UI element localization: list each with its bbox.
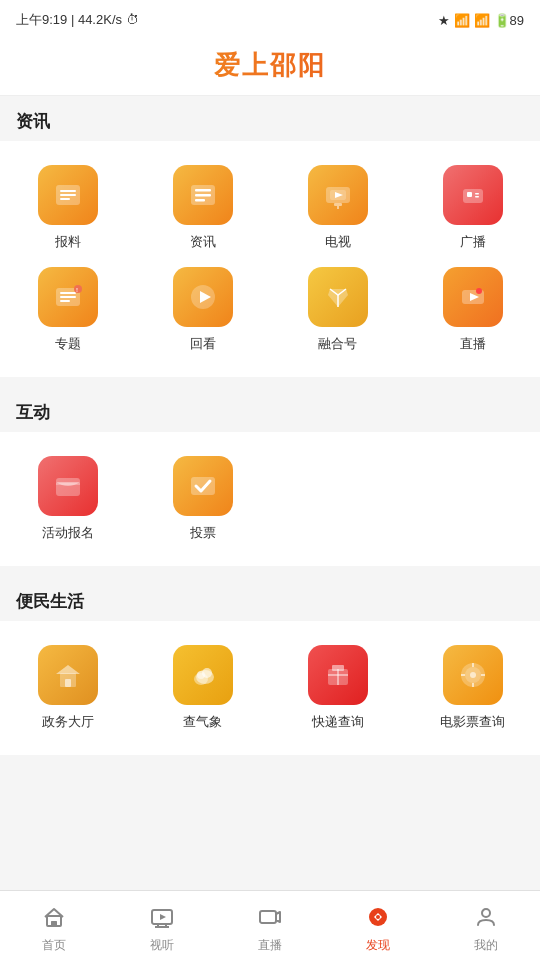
bluetooth-icon: ★ <box>438 13 450 28</box>
live-icon <box>258 905 282 933</box>
home-icon <box>42 905 66 933</box>
nav-weather[interactable]: 查气象 <box>135 637 270 739</box>
main-content: 资讯 报料 <box>0 96 540 835</box>
section-interactive: 互动 活动报名 投票 <box>0 387 540 566</box>
nav-baoliao[interactable]: 报料 <box>0 157 135 259</box>
svg-marker-57 <box>276 912 280 922</box>
svg-point-60 <box>482 909 490 917</box>
ronghehao-label: 融合号 <box>318 335 357 353</box>
huikan-label: 回看 <box>190 335 216 353</box>
svg-text:!: ! <box>76 287 78 293</box>
media-icon <box>150 905 174 933</box>
baoliao-label: 报料 <box>55 233 81 251</box>
nav-dianshi[interactable]: 电视 <box>270 157 405 259</box>
svg-point-28 <box>476 288 482 294</box>
nav-guangbo[interactable]: 广播 <box>405 157 540 259</box>
svg-marker-55 <box>160 914 166 920</box>
svg-rect-5 <box>195 189 211 192</box>
home-nav-label: 首页 <box>42 937 66 954</box>
nav-movie[interactable]: 电影票查询 <box>405 637 540 739</box>
mine-nav-label: 我的 <box>474 937 498 954</box>
weather-icon <box>173 645 233 705</box>
wifi-icon: 📶 <box>474 13 490 28</box>
svg-rect-29 <box>56 478 80 496</box>
nav-discover[interactable]: 发现 <box>324 897 432 954</box>
svg-point-59 <box>376 915 380 919</box>
nav-media[interactable]: 视听 <box>108 897 216 954</box>
vote-label: 投票 <box>190 524 216 542</box>
nav-zhibo[interactable]: 直播 <box>405 259 540 361</box>
zixun-label: 资讯 <box>190 233 216 251</box>
svg-rect-14 <box>467 192 472 197</box>
svg-point-44 <box>470 672 476 678</box>
nav-zixun[interactable]: 资讯 <box>135 157 270 259</box>
section-news-title: 资讯 <box>0 96 540 141</box>
svg-rect-18 <box>60 292 76 294</box>
app-header: 爱上邵阳 <box>0 40 540 96</box>
discover-icon <box>366 905 390 933</box>
zhibo-label: 直播 <box>460 335 486 353</box>
svg-rect-3 <box>60 198 70 200</box>
news-grid: 报料 资讯 <box>0 141 540 377</box>
section-life: 便民生活 政务大厅 <box>0 576 540 755</box>
zhuanti-label: 专题 <box>55 335 81 353</box>
nav-ronghehao[interactable]: 融合号 <box>270 259 405 361</box>
svg-rect-2 <box>60 194 76 196</box>
ronghehao-icon <box>308 267 368 327</box>
activity-label: 活动报名 <box>42 524 94 542</box>
dianshi-label: 电视 <box>325 233 351 251</box>
svg-rect-15 <box>475 193 479 195</box>
express-label: 快递查询 <box>312 713 364 731</box>
dianshi-icon <box>308 165 368 225</box>
svg-rect-50 <box>51 921 57 926</box>
svg-rect-33 <box>65 679 71 687</box>
section-news: 资讯 报料 <box>0 96 540 377</box>
status-time: 上午9:19 | 44.2K/s ⏱ <box>16 11 139 29</box>
zhengwu-label: 政务大厅 <box>42 713 94 731</box>
zixun-icon <box>173 165 233 225</box>
live-nav-label: 直播 <box>258 937 282 954</box>
svg-rect-6 <box>195 194 211 197</box>
nav-mine[interactable]: 我的 <box>432 897 540 954</box>
svg-rect-19 <box>60 296 76 298</box>
section-life-title: 便民生活 <box>0 576 540 621</box>
movie-label: 电影票查询 <box>440 713 505 731</box>
app-logo: 爱上邵阳 <box>0 48 540 83</box>
nav-live[interactable]: 直播 <box>216 897 324 954</box>
svg-rect-13 <box>463 189 483 203</box>
nav-zhuanti[interactable]: ! 专题 <box>0 259 135 361</box>
status-bar: 上午9:19 | 44.2K/s ⏱ ★ 📶 📶 🔋89 <box>0 0 540 40</box>
interactive-grid: 活动报名 投票 <box>0 432 540 566</box>
svg-rect-56 <box>260 911 276 923</box>
huikan-icon <box>173 267 233 327</box>
guangbo-icon <box>443 165 503 225</box>
svg-rect-7 <box>195 199 205 202</box>
nav-express[interactable]: 快递查询 <box>270 637 405 739</box>
zhengwu-icon <box>38 645 98 705</box>
bottom-nav: 首页 视听 直播 <box>0 890 540 960</box>
svg-marker-32 <box>56 665 80 674</box>
vote-icon <box>173 456 233 516</box>
battery-icon: 🔋89 <box>494 13 524 28</box>
zhuanti-icon: ! <box>38 267 98 327</box>
life-grid: 政务大厅 查气象 <box>0 621 540 755</box>
signal-icon: 📶 <box>454 13 470 28</box>
status-right: ★ 📶 📶 🔋89 <box>438 13 524 28</box>
guangbo-label: 广播 <box>460 233 486 251</box>
media-nav-label: 视听 <box>150 937 174 954</box>
svg-rect-9 <box>334 203 342 206</box>
nav-zhengwu[interactable]: 政务大厅 <box>0 637 135 739</box>
svg-rect-1 <box>60 190 76 192</box>
nav-activity[interactable]: 活动报名 <box>0 448 135 550</box>
mine-icon <box>474 905 498 933</box>
svg-rect-16 <box>475 196 479 198</box>
svg-rect-20 <box>60 300 70 302</box>
baoliao-icon <box>38 165 98 225</box>
activity-icon <box>38 456 98 516</box>
nav-home[interactable]: 首页 <box>0 897 108 954</box>
section-interactive-title: 互动 <box>0 387 540 432</box>
nav-huikan[interactable]: 回看 <box>135 259 270 361</box>
nav-vote[interactable]: 投票 <box>135 448 270 550</box>
weather-label: 查气象 <box>183 713 222 731</box>
svg-point-37 <box>197 671 205 679</box>
